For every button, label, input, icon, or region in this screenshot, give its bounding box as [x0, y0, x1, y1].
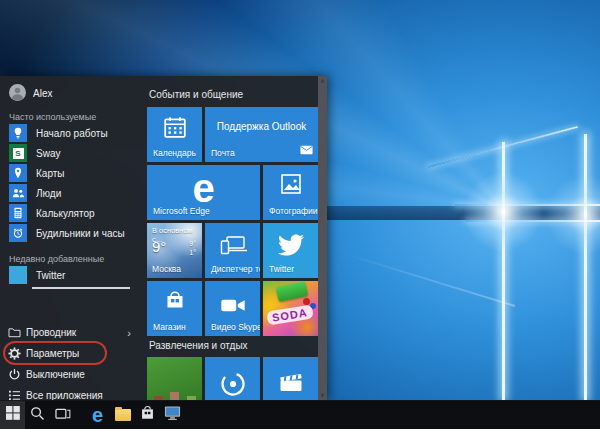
- weather-high-low: 9° 1°: [189, 239, 196, 258]
- tile-groove-music[interactable]: [205, 357, 260, 400]
- store-bag-icon: [147, 289, 202, 311]
- task-view-icon: [55, 406, 71, 425]
- tile-minecraft[interactable]: [147, 357, 202, 400]
- envelope-icon: [300, 145, 313, 157]
- menu-item-all-apps[interactable]: Все приложения: [0, 385, 147, 400]
- minecraft-character: [168, 392, 181, 400]
- user-account[interactable]: Alex: [9, 84, 52, 103]
- expand-chevron-icon[interactable]: ›: [127, 327, 131, 339]
- scrollbar[interactable]: ∧ ∨: [318, 76, 327, 400]
- task-view-button[interactable]: [50, 401, 75, 429]
- search-button[interactable]: [25, 401, 50, 429]
- app-item-sway[interactable]: S Sway: [0, 143, 147, 163]
- menu-item-file-explorer[interactable]: Проводник ›: [0, 322, 147, 343]
- menu-item-label: Все приложения: [26, 390, 103, 400]
- tile-photos[interactable]: Фотографии: [263, 165, 318, 220]
- app-item-alarms[interactable]: Будильники и часы: [0, 223, 147, 243]
- menu-item-label: Проводник: [26, 327, 76, 338]
- tile-store[interactable]: Магазин: [147, 281, 202, 336]
- power-icon: [8, 368, 21, 382]
- app-item-calculator[interactable]: Калькулятор: [0, 203, 147, 223]
- soda-banner: SODA: [266, 305, 313, 326]
- user-name: Alex: [33, 88, 52, 99]
- windows-logo-icon: [6, 406, 20, 424]
- search-icon: [30, 406, 45, 425]
- twitter-bird-icon: [263, 232, 318, 258]
- weather-city: Москва: [152, 264, 181, 274]
- tile-weather[interactable]: В основном с... 9° 9° 1° Москва: [147, 223, 202, 278]
- weather-temperature: 9°: [152, 238, 166, 255]
- install-progress-bar: [32, 287, 130, 289]
- tile-label: Видео Skype: [211, 322, 260, 332]
- light-beam: [343, 252, 516, 307]
- taskbar-separator: [75, 401, 85, 429]
- tile-label: Магазин: [153, 322, 186, 332]
- menu-item-power[interactable]: Выключение: [0, 364, 147, 385]
- display-app-taskbar-button[interactable]: [160, 401, 185, 429]
- store-icon: [140, 405, 155, 425]
- tile-movies-tv[interactable]: [263, 357, 318, 400]
- lightbulb-icon: [9, 124, 27, 142]
- tile-label: Microsoft Edge: [153, 206, 210, 216]
- tile-mail[interactable]: Поддержка Outlook Почта: [205, 107, 318, 162]
- edge-icon: e: [92, 405, 103, 425]
- edge-logo: e: [147, 166, 260, 211]
- scroll-up-icon[interactable]: ∧: [320, 76, 324, 86]
- frequent-apps-list: Начало работы S Sway Карты Люди: [0, 123, 147, 243]
- tile-candy-crush-soda[interactable]: SODA: [263, 281, 318, 336]
- tile-label: Почта: [211, 148, 235, 158]
- app-item-maps[interactable]: Карты: [0, 163, 147, 183]
- window-light-line-vertical: [584, 134, 587, 400]
- tile-group-header: Развлечения и отдых: [149, 340, 248, 351]
- tile-twitter[interactable]: Twitter: [263, 223, 318, 278]
- scroll-down-icon[interactable]: ∨: [320, 390, 324, 400]
- phone-laptop-icon: [205, 235, 260, 257]
- tile-skype-video[interactable]: Видео Skype: [205, 281, 260, 336]
- folder-icon: [8, 326, 21, 340]
- system-items: Проводник › Параметры Выключение Все пр: [0, 322, 147, 400]
- app-label: Начало работы: [36, 128, 108, 139]
- twitter-tile-icon: [9, 266, 27, 284]
- alarm-clock-icon: [9, 224, 27, 242]
- frequent-apps-header: Часто используемые: [9, 112, 96, 122]
- app-label: Будильники и часы: [36, 228, 125, 239]
- tile-calendar[interactable]: Календарь: [147, 107, 202, 162]
- app-item-twitter[interactable]: Twitter: [0, 265, 147, 285]
- app-label: Люди: [36, 188, 61, 199]
- settings-gear-icon: [8, 347, 21, 361]
- people-icon: [9, 184, 27, 202]
- mail-live-text: Поддержка Outlook: [205, 121, 318, 132]
- recent-apps-list: Twitter: [0, 265, 147, 289]
- app-label: Калькулятор: [36, 208, 95, 219]
- file-explorer-taskbar-button[interactable]: [110, 401, 135, 429]
- start-button[interactable]: [0, 401, 25, 429]
- groove-music-icon: [205, 370, 260, 398]
- calculator-icon: [9, 204, 27, 222]
- store-taskbar-button[interactable]: [135, 401, 160, 429]
- clapperboard-icon: [263, 371, 318, 395]
- recent-apps-header: Недавно добавленные: [9, 254, 104, 264]
- menu-item-label: Выключение: [26, 369, 85, 380]
- menu-item-settings[interactable]: Параметры: [0, 343, 147, 364]
- all-apps-list-icon: [8, 389, 21, 401]
- photos-icon: [263, 173, 318, 195]
- windows-desktop: Alex Часто используемые Начало работы S …: [0, 0, 600, 429]
- tile-microsoft-edge[interactable]: e Microsoft Edge: [147, 165, 260, 220]
- app-item-people[interactable]: Люди: [0, 183, 147, 203]
- tile-phone-companion[interactable]: Диспетчер те...: [205, 223, 260, 278]
- app-label: Sway: [36, 148, 60, 159]
- tile-group-header: События и общение: [149, 89, 243, 100]
- avatar: [9, 84, 26, 103]
- tiles-area: События и общение Календарь Поддержка Ou…: [147, 76, 318, 400]
- taskbar: e: [0, 400, 600, 429]
- app-label: Карты: [36, 168, 65, 179]
- tile-label: Twitter: [269, 264, 294, 274]
- calendar-icon: [147, 115, 202, 139]
- light-glow: [545, 175, 600, 255]
- map-pin-icon: [9, 164, 27, 182]
- app-label: Twitter: [36, 270, 65, 281]
- sway-icon: S: [9, 144, 27, 162]
- app-item-get-started[interactable]: Начало работы: [0, 123, 147, 143]
- edge-taskbar-button[interactable]: e: [85, 401, 110, 429]
- monitor-icon: [164, 405, 181, 425]
